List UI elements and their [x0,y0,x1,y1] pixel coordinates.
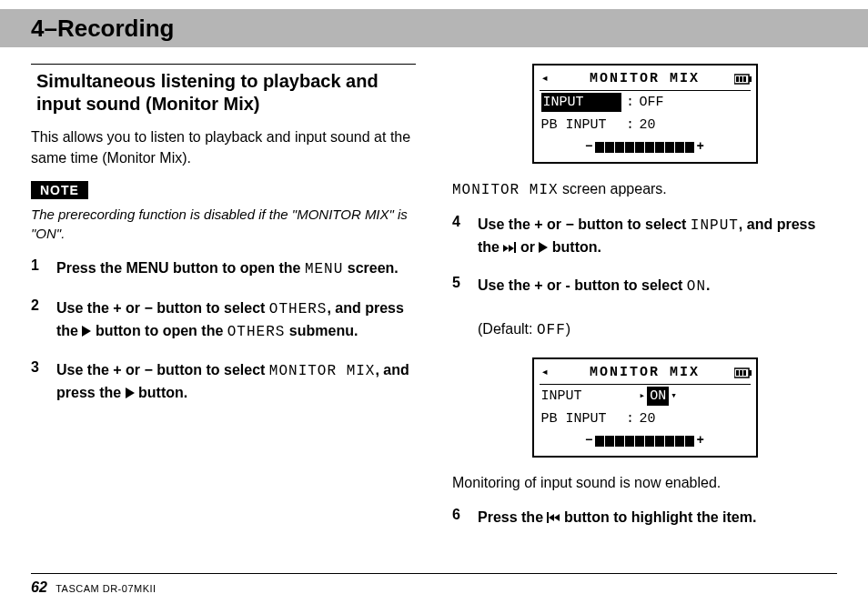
svg-rect-4 [743,76,746,82]
page-footer: 62 TASCAM DR-07MKII [31,573,837,596]
battery-icon [734,367,752,378]
fast-forward-icon [503,239,516,255]
lcd-screen-1: ◂ MONITOR MIX INPUT : OFF PB INPUT : 20 … [532,64,758,164]
chapter-header: 4–Recording [0,9,868,47]
section-heading: Simultaneous listening to playback and i… [31,64,416,116]
step-2: 2 Use the + or − button to select OTHERS… [31,297,416,343]
steps-right-2: 6 Press the button to highlight the item… [452,507,837,528]
svg-rect-9 [743,370,746,376]
steps-right: 4 Use the + or − button to select INPUT,… [452,214,837,341]
steps-left: 1 Press the MENU button to open the MENU… [31,257,416,403]
step-5: 5 Use the + or - button to select ON. (D… [452,275,837,342]
lcd1-row-input: INPUT : OFF [540,91,751,114]
lcd1-titlebar: ◂ MONITOR MIX [540,69,751,91]
back-icon: ◂ [541,70,550,88]
arrow-down-icon: ▾ [671,389,677,403]
lcd2-meter: −+ [540,432,751,450]
svg-rect-6 [749,370,752,376]
lcd1-row-pbinput: PB INPUT : 20 [540,114,751,136]
play-icon [82,326,91,337]
model-name: TASCAM DR-07MKII [56,583,156,594]
note-text: The prerecording function is disabled if… [31,205,416,243]
arrow-right-icon: ▸ [640,389,646,403]
svg-rect-2 [736,76,739,82]
lcd2-row-input: INPUT ▸ ON ▾ [540,385,751,408]
rewind-icon [547,509,560,525]
back-icon: ◂ [541,364,550,382]
svg-rect-7 [736,370,739,376]
lcd2-titlebar: ◂ MONITOR MIX [540,363,751,385]
chapter-title: 4–Recording [31,15,175,43]
right-column: ◂ MONITOR MIX INPUT : OFF PB INPUT : 20 … [452,64,837,544]
note-label: NOTE [31,181,88,199]
page-number: 62 [31,579,47,595]
svg-rect-8 [740,370,742,376]
lcd-screen-2: ◂ MONITOR MIX INPUT ▸ ON ▾ PB INPUT : 20 [532,357,758,458]
step-4: 4 Use the + or − button to select INPUT,… [452,214,837,257]
play-icon [126,388,135,398]
content-columns: Simultaneous listening to playback and i… [31,64,837,544]
note-block: NOTE The prerecording function is disabl… [31,181,416,243]
lcd2-row-pbinput: PB INPUT : 20 [540,408,751,430]
lcd1-caption: MONITOR MIX screen appears. [452,178,837,201]
lcd1-meter: −+ [540,138,751,156]
battery-icon [734,74,752,85]
lcd2-caption: Monitoring of input sound is now enabled… [452,472,837,493]
step-3: 3 Use the + or − button to select MONITO… [31,359,416,403]
left-column: Simultaneous listening to playback and i… [31,64,416,544]
svg-rect-3 [740,76,742,82]
step-1: 1 Press the MENU button to open the MENU… [31,257,416,280]
play-icon [539,242,548,253]
svg-rect-1 [749,76,752,82]
step-6: 6 Press the button to highlight the item… [452,507,837,528]
section-intro: This allows you to listen to playback an… [31,126,416,168]
